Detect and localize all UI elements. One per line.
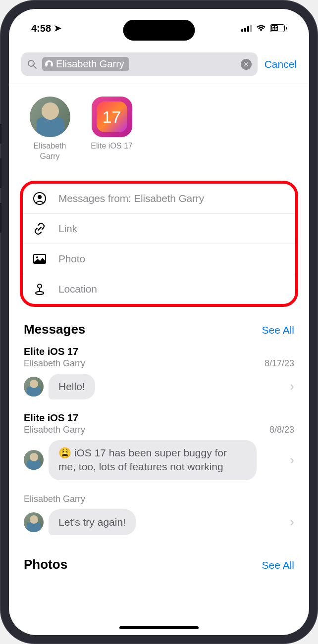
status-icons: 55 bbox=[241, 24, 287, 32]
sender-name: Elisabeth Garry bbox=[24, 494, 85, 504]
person-elisabeth-garry[interactable]: Elisabeth Garry bbox=[26, 97, 73, 162]
svg-point-3 bbox=[38, 195, 42, 199]
wifi-icon bbox=[256, 25, 266, 32]
person-circle-icon bbox=[45, 60, 53, 68]
filter-location[interactable]: Location bbox=[23, 274, 295, 304]
svg-point-6 bbox=[38, 284, 42, 288]
svg-point-0 bbox=[28, 60, 34, 66]
message-result[interactable]: Elisabeth Garry Let's try again! › bbox=[9, 490, 309, 545]
search-icon bbox=[27, 59, 37, 69]
screen: 4:58 ➤ 55 Elisabeth Garry ✕ bbox=[9, 9, 309, 635]
search-field[interactable]: Elisabeth Garry ✕ bbox=[21, 52, 258, 76]
avatar bbox=[30, 97, 70, 137]
people-suggestions: Elisabeth Garry 17 Elite iOS 17 bbox=[9, 84, 309, 172]
message-result[interactable]: Elite iOS 17 Elisabeth Garry 8/8/23 😩 iO… bbox=[9, 409, 309, 490]
person-icon bbox=[33, 192, 47, 205]
location-arrow-icon: ➤ bbox=[54, 23, 61, 34]
filter-messages-from[interactable]: Messages from: Elisabeth Garry bbox=[23, 184, 295, 214]
avatar bbox=[24, 450, 44, 470]
link-icon bbox=[33, 222, 47, 236]
message-bubble: 😩 iOS 17 has been super buggy for me, to… bbox=[49, 440, 257, 480]
see-all-button[interactable]: See All bbox=[262, 559, 294, 571]
group-name-label: Elite iOS 17 bbox=[88, 141, 135, 151]
filter-label: Photo bbox=[58, 253, 85, 265]
svg-point-8 bbox=[36, 292, 44, 295]
sender-name: Elisabeth Garry bbox=[24, 425, 85, 435]
search-bar: Elisabeth Garry ✕ Cancel bbox=[9, 39, 309, 84]
message-result[interactable]: Elite iOS 17 Elisabeth Garry 8/17/23 Hel… bbox=[9, 343, 309, 409]
sender-name: Elisabeth Garry bbox=[24, 358, 85, 369]
filter-label: Location bbox=[58, 283, 97, 295]
battery-icon: 55 bbox=[270, 24, 287, 32]
svg-point-5 bbox=[36, 256, 38, 258]
see-all-button[interactable]: See All bbox=[262, 324, 294, 336]
clear-search-button[interactable]: ✕ bbox=[241, 59, 252, 70]
battery-level: 55 bbox=[271, 25, 278, 31]
location-pin-icon bbox=[33, 282, 47, 296]
home-indicator[interactable] bbox=[119, 626, 199, 629]
section-title: Photos bbox=[24, 557, 67, 572]
message-date: 8/8/23 bbox=[269, 425, 294, 435]
filter-photo[interactable]: Photo bbox=[23, 244, 295, 274]
filter-link[interactable]: Link bbox=[23, 214, 295, 244]
photos-section-header: Photos See All bbox=[9, 545, 309, 578]
cancel-button[interactable]: Cancel bbox=[265, 58, 297, 70]
avatar bbox=[24, 512, 44, 532]
person-name-label: Elisabeth Garry bbox=[26, 141, 73, 162]
svg-line-1 bbox=[34, 66, 36, 68]
chevron-right-icon: › bbox=[290, 452, 294, 468]
ios17-icon: 17 bbox=[97, 101, 127, 132]
chevron-right-icon: › bbox=[290, 514, 294, 530]
thread-name: Elite iOS 17 bbox=[24, 412, 294, 424]
filter-label: Messages from: Elisabeth Garry bbox=[58, 193, 204, 204]
message-bubble: Hello! bbox=[49, 374, 95, 399]
group-avatar: 17 bbox=[92, 97, 132, 137]
clock-text: 4:58 bbox=[31, 23, 51, 34]
search-token-text: Elisabeth Garry bbox=[56, 58, 124, 70]
message-date: 8/17/23 bbox=[265, 358, 294, 369]
thread-name: Elite iOS 17 bbox=[24, 346, 294, 357]
search-token[interactable]: Elisabeth Garry bbox=[42, 57, 129, 71]
cell-signal-icon bbox=[241, 25, 252, 32]
phone-frame: 4:58 ➤ 55 Elisabeth Garry ✕ bbox=[0, 0, 318, 644]
dynamic-island bbox=[123, 20, 195, 41]
message-bubble: Let's try again! bbox=[49, 509, 136, 535]
messages-section-header: Messages See All bbox=[9, 307, 309, 343]
filter-options-highlighted: Messages from: Elisabeth Garry Link Phot… bbox=[20, 181, 298, 307]
content-area: Elisabeth Garry 17 Elite iOS 17 Messages… bbox=[9, 84, 309, 578]
phone-hardware-buttons bbox=[0, 124, 1, 248]
section-title: Messages bbox=[24, 322, 85, 337]
filter-label: Link bbox=[58, 223, 77, 235]
photo-icon bbox=[33, 252, 47, 266]
group-elite-ios-17[interactable]: 17 Elite iOS 17 bbox=[88, 97, 135, 162]
chevron-right-icon: › bbox=[290, 379, 294, 394]
avatar bbox=[24, 377, 44, 396]
status-time: 4:58 ➤ bbox=[31, 23, 61, 34]
